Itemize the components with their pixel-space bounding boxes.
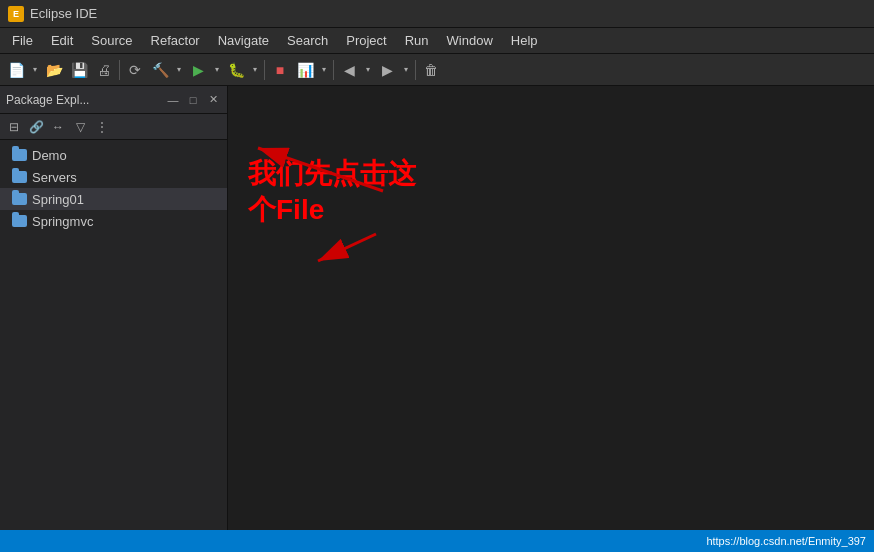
status-url: https://blog.csdn.net/Enmity_397 <box>706 535 866 547</box>
toolbar-sep-3 <box>333 60 334 80</box>
toolbar-build-dropdown[interactable]: ▾ <box>173 58 185 82</box>
toolbar-sep-4 <box>415 60 416 80</box>
folder-icon-springmvc <box>12 215 27 227</box>
folder-icon-spring01 <box>12 193 27 205</box>
menu-search[interactable]: Search <box>279 30 336 51</box>
pe-minimize-btn[interactable]: — <box>165 92 181 108</box>
tree-item-springmvc-label: Springmvc <box>32 214 93 229</box>
toolbar-print-btn[interactable]: 🖨 <box>92 58 116 82</box>
toolbar-back-btn[interactable]: ◀ <box>337 58 361 82</box>
folder-icon-servers <box>12 171 27 183</box>
app-title: Eclipse IDE <box>30 6 97 21</box>
toolbar-debug-dropdown[interactable]: ▾ <box>249 58 261 82</box>
toolbar-refresh-btn[interactable]: ⟳ <box>123 58 147 82</box>
pe-header: Package Expl... — □ ✕ <box>0 86 227 114</box>
svg-line-1 <box>258 148 383 191</box>
menu-bar: File Edit Source Refactor Navigate Searc… <box>0 28 874 54</box>
folder-icon-demo <box>12 149 27 161</box>
pe-link-btn[interactable]: 🔗 <box>26 117 46 137</box>
toolbar-run-btn[interactable]: ▶ <box>186 58 210 82</box>
menu-refactor[interactable]: Refactor <box>143 30 208 51</box>
main-area: Package Expl... — □ ✕ ⊟ 🔗 ↔ ▽ ⋮ Demo Ser… <box>0 86 874 530</box>
tree-item-servers-label: Servers <box>32 170 77 185</box>
menu-project[interactable]: Project <box>338 30 394 51</box>
annotation-text: 我们先点击这 个File <box>248 156 416 229</box>
toolbar-open-btn[interactable]: 📂 <box>42 58 66 82</box>
toolbar-back-dropdown[interactable]: ▾ <box>362 58 374 82</box>
pe-title: Package Expl... <box>6 93 161 107</box>
toolbar-sep-2 <box>264 60 265 80</box>
tree-item-spring01[interactable]: Spring01 <box>0 188 227 210</box>
toolbar-save-btn[interactable]: 💾 <box>67 58 91 82</box>
pe-menu-btn[interactable]: ⋮ <box>92 117 112 137</box>
title-bar: E Eclipse IDE <box>0 0 874 28</box>
toolbar-new-dropdown[interactable]: ▾ <box>29 58 41 82</box>
toolbar-clear-btn[interactable]: 🗑 <box>419 58 443 82</box>
toolbar: 📄 ▾ 📂 💾 🖨 ⟳ 🔨 ▾ ▶ ▾ 🐛 ▾ ■ 📊 ▾ ◀ ▾ ▶ ▾ 🗑 <box>0 54 874 86</box>
toolbar-new-btn[interactable]: 📄 <box>4 58 28 82</box>
toolbar-forward-dropdown[interactable]: ▾ <box>400 58 412 82</box>
pe-collapse-btn[interactable]: ⊟ <box>4 117 24 137</box>
toolbar-run-dropdown[interactable]: ▾ <box>211 58 223 82</box>
svg-line-2 <box>318 234 376 261</box>
tree-item-demo-label: Demo <box>32 148 67 163</box>
menu-navigate[interactable]: Navigate <box>210 30 277 51</box>
arrows-overlay <box>228 86 874 530</box>
package-explorer-panel: Package Expl... — □ ✕ ⊟ 🔗 ↔ ▽ ⋮ Demo Ser… <box>0 86 228 530</box>
app-icon: E <box>8 6 24 22</box>
menu-window[interactable]: Window <box>439 30 501 51</box>
tree-item-springmvc[interactable]: Springmvc <box>0 210 227 232</box>
toolbar-build-btn[interactable]: 🔨 <box>148 58 172 82</box>
toolbar-coverage-dropdown[interactable]: ▾ <box>318 58 330 82</box>
tree-item-spring01-label: Spring01 <box>32 192 84 207</box>
pe-filter-btn[interactable]: ▽ <box>70 117 90 137</box>
project-tree: Demo Servers Spring01 Springmvc <box>0 140 227 530</box>
toolbar-stop-btn[interactable]: ■ <box>268 58 292 82</box>
pe-close-btn[interactable]: ✕ <box>205 92 221 108</box>
pe-toolbar: ⊟ 🔗 ↔ ▽ ⋮ <box>0 114 227 140</box>
tree-item-servers[interactable]: Servers <box>0 166 227 188</box>
toolbar-forward-btn[interactable]: ▶ <box>375 58 399 82</box>
toolbar-debug-btn[interactable]: 🐛 <box>224 58 248 82</box>
toolbar-coverage-btn[interactable]: 📊 <box>293 58 317 82</box>
toolbar-sep-1 <box>119 60 120 80</box>
status-bar: https://blog.csdn.net/Enmity_397 <box>0 530 874 552</box>
menu-run[interactable]: Run <box>397 30 437 51</box>
tree-item-demo[interactable]: Demo <box>0 144 227 166</box>
menu-source[interactable]: Source <box>83 30 140 51</box>
menu-edit[interactable]: Edit <box>43 30 81 51</box>
pe-sync-btn[interactable]: ↔ <box>48 117 68 137</box>
menu-help[interactable]: Help <box>503 30 546 51</box>
editor-area: 我们先点击这 个File <box>228 86 874 530</box>
menu-file[interactable]: File <box>4 30 41 51</box>
pe-maximize-btn[interactable]: □ <box>185 92 201 108</box>
